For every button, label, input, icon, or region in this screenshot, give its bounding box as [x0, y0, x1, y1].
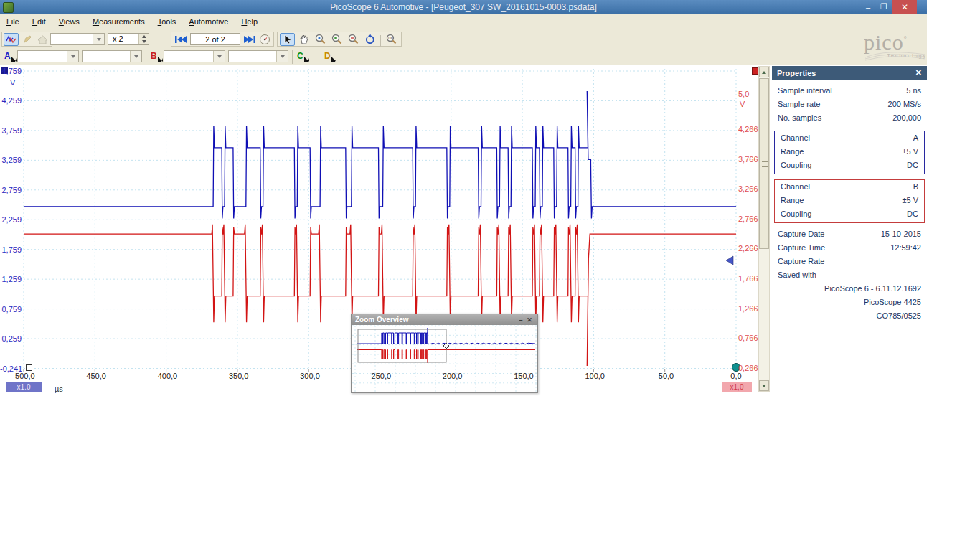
undo-arrow-icon — [364, 34, 375, 44]
magnifier-overview-icon — [315, 34, 326, 44]
spinner-buttons[interactable] — [138, 34, 149, 44]
right-scale-badge: x1,0 — [722, 382, 752, 392]
channel-d-button[interactable]: D — [324, 51, 336, 61]
menu-help[interactable]: Help — [235, 14, 264, 30]
minimize-button[interactable]: – — [861, 0, 875, 14]
zoom-overview-close-icon[interactable]: ✕ — [525, 316, 534, 324]
channel-b-label: B — [151, 51, 157, 61]
vertical-scrollbar[interactable] — [758, 66, 770, 392]
menu-edit[interactable]: Edit — [26, 14, 52, 30]
svg-text:100: 100 — [387, 37, 393, 40]
left-axis-tick-label: 4,259 — [0, 96, 22, 105]
properties-close-icon[interactable]: ✕ — [915, 68, 922, 77]
ruler-dropdown[interactable] — [50, 33, 105, 45]
x-axis-tick-label: -500,0 — [12, 372, 34, 380]
zoom-100-button[interactable]: 100 — [384, 33, 399, 46]
right-axis-tick-label: 5,0 — [738, 90, 768, 98]
picoscope-window: PicoScope 6 Automotive - [Peugeot_307 SW… — [0, 0, 927, 393]
menu-file[interactable]: File — [0, 14, 26, 30]
right-axis-unit: V — [740, 100, 745, 108]
x-axis-tick-label: -150,0 — [511, 372, 533, 380]
toolbar-separator — [146, 50, 146, 64]
left-axis-tick-label: 2,759 — [0, 186, 22, 194]
home-button[interactable] — [35, 33, 50, 46]
channel-b-range-dropdown[interactable] — [164, 50, 225, 62]
property-row: Sample interval5 ns — [772, 85, 927, 98]
x-axis-tick-label: -200,0 — [440, 372, 462, 380]
right-axis-tick-label: 3,266 — [738, 184, 768, 193]
toolbar-main: x 2 2 of 2 — [0, 30, 927, 49]
channel-a-range-dropdown[interactable] — [17, 50, 79, 62]
corner-arrow-icon — [331, 57, 336, 62]
x-axis-tick-label: -50,0 — [656, 372, 674, 380]
pan-tool-button[interactable] — [296, 33, 311, 46]
zoom-multiplier-value: x 2 — [113, 34, 123, 43]
channel-a-button[interactable]: A — [4, 51, 17, 61]
menu-measurements[interactable]: Measurements — [86, 14, 151, 30]
x-axis-tick-label: 0,0 — [730, 372, 741, 380]
right-axis-tick-label: 3,766 — [738, 155, 768, 164]
channel-b-button[interactable]: B — [151, 51, 163, 61]
trigger-level-marker[interactable] — [726, 256, 733, 265]
x-axis-tick-label: -300,0 — [298, 372, 320, 380]
zoom-in-tool-button[interactable] — [329, 33, 344, 46]
property-row: Sample rate200 MS/s — [772, 98, 927, 112]
undo-zoom-button[interactable] — [362, 33, 377, 46]
arrow-down-icon — [762, 385, 766, 387]
x-axis-tick-label: -350,0 — [226, 372, 248, 380]
waveform-view-button[interactable] — [4, 33, 19, 46]
x-axis-unit: µs — [55, 385, 63, 393]
pen-icon — [22, 34, 32, 44]
properties-title: Properties — [777, 69, 816, 77]
right-axis-tick-label: 4,266 — [738, 125, 768, 133]
buffer-navigator-icon[interactable] — [259, 34, 270, 45]
property-row: ChannelA — [775, 132, 924, 146]
menu-tools[interactable]: Tools — [151, 14, 183, 30]
scroll-down-button[interactable] — [759, 380, 769, 391]
menu-views[interactable]: Views — [52, 14, 86, 30]
cursor-tools-group: 100 — [277, 32, 402, 47]
left-axis-tick-label: 3,759 — [0, 126, 22, 135]
zoom-overview-tool-button[interactable] — [313, 33, 328, 46]
toolbar-separator — [319, 50, 319, 64]
chevron-down-icon[interactable] — [93, 34, 104, 44]
zoom-overview-titlebar[interactable]: Zoom Overview – ✕ — [352, 314, 537, 325]
zoom-out-tool-button[interactable] — [346, 33, 361, 46]
left-axis-tick-label: 4,759 — [0, 67, 22, 75]
menu-automotive[interactable]: Automotive — [182, 14, 235, 30]
previous-buffer-icon[interactable] — [174, 34, 187, 44]
buffer-indicator-text: 2 of 2 — [205, 35, 225, 44]
app-icon — [3, 2, 14, 13]
left-axis-tick-label: 2,259 — [0, 215, 22, 224]
scroll-up-button[interactable] — [759, 67, 769, 77]
zoom-multiplier-spinner[interactable]: x 2 — [108, 33, 149, 45]
zoom-overview-title: Zoom Overview — [355, 316, 408, 324]
channel-c-button[interactable]: C — [297, 51, 309, 61]
scrollbar-thumb[interactable] — [759, 78, 769, 249]
right-axis-tick-label: 2,766 — [738, 215, 768, 223]
channel-a-info-box: ChannelA Range±5 V CouplingDC — [774, 131, 925, 174]
property-row: Capture Rate — [772, 255, 927, 269]
select-tool-button[interactable] — [280, 33, 295, 46]
cursor-arrow-icon — [283, 34, 292, 44]
x-axis-tick-label: -250,0 — [369, 372, 391, 380]
zoom-overview-plot[interactable] — [352, 325, 537, 392]
toolbar-separator — [292, 50, 293, 64]
corner-arrow-icon — [11, 57, 17, 62]
channel-a-probe-dropdown[interactable] — [82, 50, 142, 62]
waveform-icon — [6, 34, 17, 44]
next-buffer-icon[interactable] — [243, 34, 256, 44]
axis-zero-handle[interactable] — [26, 364, 32, 371]
right-axis-tick-label: 0,766 — [738, 334, 768, 342]
notes-button[interactable] — [19, 33, 34, 46]
magnifier-100-icon: 100 — [386, 34, 397, 44]
left-axis-tick-label: 1,759 — [0, 245, 22, 254]
buffer-indicator[interactable]: 2 of 2 — [190, 33, 240, 45]
restore-button[interactable]: ❐ — [877, 0, 891, 14]
channel-b-probe-dropdown[interactable] — [228, 50, 288, 62]
property-row: Saved with — [772, 269, 927, 283]
properties-header: Properties ✕ — [772, 66, 927, 80]
zoom-overview-minimize-icon[interactable]: – — [517, 316, 525, 324]
toolbar-separator — [380, 35, 381, 47]
close-button[interactable]: ✕ — [892, 0, 917, 14]
